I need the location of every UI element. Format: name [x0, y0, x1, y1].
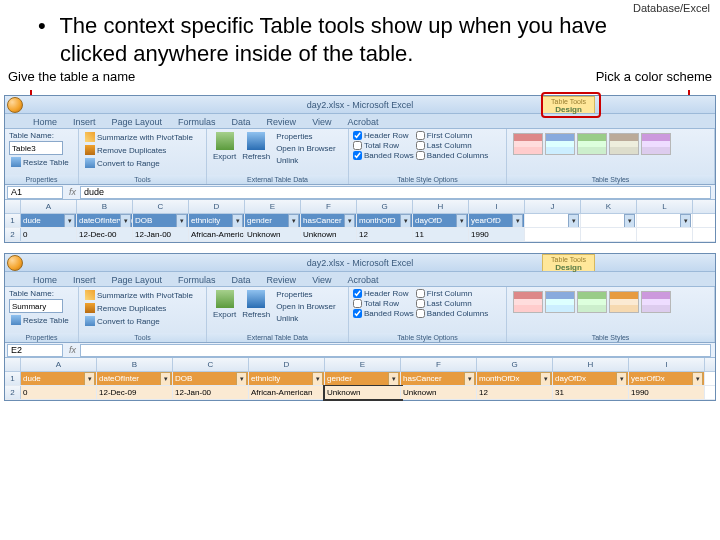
col-header[interactable]: B — [97, 358, 173, 371]
empty-cell[interactable] — [581, 214, 637, 227]
table-header-cell[interactable]: gender — [325, 372, 401, 385]
data-cell[interactable]: 12 — [357, 228, 413, 241]
col-header[interactable]: F — [401, 358, 477, 371]
col-header[interactable]: A — [21, 200, 77, 213]
table-header-cell[interactable]: gender — [245, 214, 301, 227]
col-header[interactable]: J — [525, 200, 581, 213]
refresh-button[interactable]: Refresh — [240, 289, 272, 320]
col-header[interactable]: I — [629, 358, 705, 371]
data-cell[interactable]: 1990 — [629, 386, 705, 399]
row-header[interactable]: 1 — [5, 214, 21, 227]
row-header[interactable]: 2 — [5, 386, 21, 399]
empty-cell[interactable] — [525, 228, 581, 241]
data-cell[interactable]: 11 — [413, 228, 469, 241]
data-cell[interactable]: 0 — [21, 386, 97, 399]
tab-review[interactable]: Review — [261, 116, 303, 128]
table-header-cell[interactable]: dayOfD — [413, 214, 469, 227]
col-header[interactable]: D — [249, 358, 325, 371]
fx-icon[interactable]: fx — [65, 345, 80, 355]
col-header[interactable]: A — [21, 358, 97, 371]
table-header-cell[interactable]: hasCancer — [301, 214, 357, 227]
table-header-cell[interactable]: monthOfD — [357, 214, 413, 227]
fx-icon[interactable]: fx — [65, 187, 80, 197]
convert-range-button[interactable]: Convert to Range — [83, 315, 162, 327]
office-button[interactable] — [7, 97, 23, 113]
table-header-cell[interactable]: dateOfInterview — [77, 214, 133, 227]
table-header-cell[interactable]: hasCancer — [401, 372, 477, 385]
tab-page-layout[interactable]: Page Layout — [106, 274, 169, 286]
ext-properties-button[interactable]: Properties — [274, 289, 338, 300]
formula-value[interactable] — [80, 344, 711, 357]
table-style-swatch[interactable] — [577, 291, 607, 313]
col-header[interactable]: I — [469, 200, 525, 213]
col-header[interactable]: H — [413, 200, 469, 213]
data-cell[interactable]: Unknown — [301, 228, 357, 241]
table-header-cell[interactable]: ethnicity — [189, 214, 245, 227]
opt-total-row[interactable]: Total Row — [353, 141, 414, 150]
ext-properties-button[interactable]: Properties — [274, 131, 338, 142]
opt-last-column[interactable]: Last Column — [416, 299, 488, 308]
ext-open-browser-button[interactable]: Open in Browser — [274, 143, 338, 154]
table-style-swatch[interactable] — [641, 291, 671, 313]
opt-banded-columns[interactable]: Banded Columns — [416, 151, 488, 160]
data-cell[interactable]: 12 — [477, 386, 553, 399]
table-header-cell[interactable]: DOB — [173, 372, 249, 385]
data-cell[interactable]: 12-Jan-00 — [173, 386, 249, 399]
col-header[interactable]: G — [357, 200, 413, 213]
summarize-pivot-button[interactable]: Summarize with PivotTable — [83, 131, 195, 143]
context-tab-table-tools[interactable]: Table Tools Design — [542, 254, 595, 271]
table-header-cell[interactable]: yearOfD — [469, 214, 525, 227]
tab-formulas[interactable]: Formulas — [172, 274, 222, 286]
table-name-input[interactable] — [9, 299, 63, 313]
table-header-cell[interactable]: yearOfDx — [629, 372, 705, 385]
data-cell-selected[interactable]: Unknown — [325, 386, 401, 399]
table-style-swatch[interactable] — [545, 133, 575, 155]
table-header-cell[interactable]: dude — [21, 372, 97, 385]
col-header[interactable]: B — [77, 200, 133, 213]
formula-value[interactable]: dude — [80, 186, 711, 199]
refresh-button[interactable]: Refresh — [240, 131, 272, 162]
ext-unlink-button[interactable]: Unlink — [274, 313, 338, 324]
tab-page-layout[interactable]: Page Layout — [106, 116, 169, 128]
tab-data[interactable]: Data — [226, 274, 257, 286]
opt-header-row[interactable]: Header Row — [353, 289, 414, 298]
tab-formulas[interactable]: Formulas — [172, 116, 222, 128]
row-header[interactable]: 2 — [5, 228, 21, 241]
table-name-input[interactable] — [9, 141, 63, 155]
data-cell[interactable]: 31 — [553, 386, 629, 399]
remove-duplicates-button[interactable]: Remove Duplicates — [83, 144, 168, 156]
table-style-swatch[interactable] — [609, 291, 639, 313]
col-header[interactable]: E — [245, 200, 301, 213]
table-style-swatch[interactable] — [641, 133, 671, 155]
resize-table-button[interactable]: Resize Table — [9, 156, 71, 168]
context-tab-table-tools[interactable]: Table Tools Design — [542, 96, 595, 113]
table-style-swatch[interactable] — [545, 291, 575, 313]
tab-home[interactable]: Home — [27, 274, 63, 286]
data-cell[interactable]: Unknown — [401, 386, 477, 399]
empty-cell[interactable] — [525, 214, 581, 227]
convert-range-button[interactable]: Convert to Range — [83, 157, 162, 169]
col-header[interactable]: G — [477, 358, 553, 371]
tab-data[interactable]: Data — [226, 116, 257, 128]
col-header[interactable]: K — [581, 200, 637, 213]
resize-table-button[interactable]: Resize Table — [9, 314, 71, 326]
ext-unlink-button[interactable]: Unlink — [274, 155, 338, 166]
opt-banded-rows[interactable]: Banded Rows — [353, 151, 414, 160]
data-cell[interactable]: African-American — [189, 228, 245, 241]
opt-first-column[interactable]: First Column — [416, 289, 488, 298]
office-button[interactable] — [7, 255, 23, 271]
tab-acrobat[interactable]: Acrobat — [341, 116, 384, 128]
col-header[interactable]: E — [325, 358, 401, 371]
table-header-cell[interactable]: dayOfDx — [553, 372, 629, 385]
data-cell[interactable]: African-American — [249, 386, 325, 399]
empty-cell[interactable] — [581, 228, 637, 241]
tab-insert[interactable]: Insert — [67, 116, 102, 128]
data-cell[interactable]: 12-Dec-09 — [97, 386, 173, 399]
worksheet-grid[interactable]: A B C D E F G H I J K L 1 dude dateOfInt… — [5, 200, 715, 242]
tab-view[interactable]: View — [306, 116, 337, 128]
tab-insert[interactable]: Insert — [67, 274, 102, 286]
tab-review[interactable]: Review — [261, 274, 303, 286]
col-header[interactable]: F — [301, 200, 357, 213]
col-header[interactable]: C — [173, 358, 249, 371]
col-header[interactable]: H — [553, 358, 629, 371]
